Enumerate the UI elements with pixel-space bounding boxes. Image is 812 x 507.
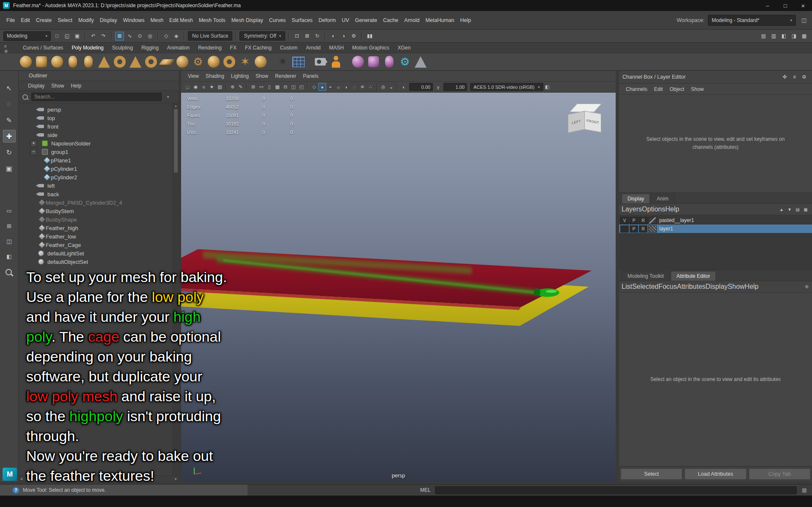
- poly-cone-icon[interactable]: [97, 55, 111, 69]
- outliner-menu-show[interactable]: Show: [48, 82, 67, 90]
- poly-disc-icon[interactable]: [175, 55, 190, 69]
- menu-mesh-tools[interactable]: Mesh Tools: [196, 16, 228, 25]
- shelf-tab-fx-caching[interactable]: FX Caching: [241, 43, 276, 53]
- menu-mesh-display[interactable]: Mesh Display: [228, 16, 266, 25]
- attribute-editor-menu-help[interactable]: Help: [745, 283, 759, 290]
- load-attributes-button[interactable]: Load Attributes: [685, 469, 746, 480]
- cone-and-sphere-icon[interactable]: [413, 55, 428, 69]
- poly-capsule-icon[interactable]: [81, 55, 96, 69]
- menu-metahuman[interactable]: MetaHuman: [422, 16, 457, 25]
- shelf-tab-rigging[interactable]: Rigging: [137, 43, 163, 53]
- snap-to-projected-center-icon[interactable]: ◎: [146, 32, 154, 41]
- modeling-toolkit-toggle-icon[interactable]: ▤: [759, 32, 768, 41]
- outliner-item-back[interactable]: back: [19, 190, 179, 198]
- shelf-tab-rendering[interactable]: Rendering: [194, 43, 226, 53]
- output-connections-icon[interactable]: ⊠: [303, 32, 311, 41]
- tab-display[interactable]: Display: [622, 194, 650, 203]
- outliner-item-busbyshape[interactable]: BusbyShape: [19, 215, 179, 224]
- tab-modeling-toolkit[interactable]: Modeling Toolkit: [622, 271, 670, 281]
- workspace-options-icon[interactable]: ◫: [799, 16, 809, 25]
- viewport-menu-renderer[interactable]: Renderer: [272, 72, 300, 80]
- menu-uv[interactable]: UV: [339, 16, 352, 25]
- bookmark-view-icon[interactable]: ★: [208, 83, 216, 91]
- camera-tool-icon[interactable]: [313, 55, 328, 69]
- viewport-menu-view[interactable]: View: [184, 72, 202, 80]
- anti-aliasing-icon[interactable]: ∴: [366, 83, 374, 91]
- pin-icon[interactable]: ✜: [805, 284, 809, 290]
- outliner-menu-help[interactable]: Help: [67, 82, 85, 90]
- select-camera-icon[interactable]: □: [184, 83, 192, 91]
- color-space-select[interactable]: ACES 1.0 SDR-video (sRGB)▾: [470, 83, 543, 91]
- outliner-item-left[interactable]: left: [19, 181, 179, 190]
- exposure-icon[interactable]: ◐: [400, 83, 408, 91]
- camera-attributes-icon[interactable]: ≡: [200, 83, 208, 91]
- safe-title-icon[interactable]: ◰: [297, 83, 306, 91]
- tab-attribute-editor[interactable]: Attribute Editor: [671, 271, 716, 281]
- layout-custom[interactable]: ◧: [3, 250, 16, 263]
- shelf-tab-motion-graphics[interactable]: Motion Graphics: [348, 43, 393, 53]
- outliner-item-persp[interactable]: persp: [19, 105, 179, 114]
- snap-to-curve-icon[interactable]: ∿: [125, 32, 134, 41]
- channel-box-menu-channels[interactable]: Channels: [622, 85, 651, 93]
- render-settings-icon[interactable]: ⚙: [349, 32, 358, 41]
- save-scene-icon[interactable]: ▣: [73, 32, 82, 41]
- shelf-gear-icon[interactable]: ⚙: [4, 49, 8, 54]
- poly-soccer-ball-icon[interactable]: [206, 55, 221, 69]
- motion-blur-icon[interactable]: ≋: [358, 83, 366, 91]
- outliner-item-defaultobjectset[interactable]: defaultObjectSet: [19, 258, 179, 266]
- poly-cube-icon[interactable]: [34, 55, 49, 69]
- select-tool[interactable]: ↖: [3, 82, 16, 94]
- outliner-item-side[interactable]: side: [19, 131, 179, 139]
- shelf-tab-arnold[interactable]: Arnold: [302, 43, 325, 53]
- shelf-tab-xgen[interactable]: XGen: [394, 43, 415, 53]
- menu-windows[interactable]: Windows: [120, 16, 148, 25]
- viewport-menu-lighting[interactable]: Lighting: [228, 72, 252, 80]
- safe-action-icon[interactable]: ◫: [289, 83, 297, 91]
- menu-surfaces[interactable]: Surfaces: [289, 16, 315, 25]
- make-object-live-icon[interactable]: ◈: [172, 32, 181, 41]
- layer-color-swatch[interactable]: [648, 217, 657, 224]
- select-button[interactable]: Select: [621, 469, 682, 480]
- attribute-editor-menu-selected[interactable]: Selected: [632, 283, 658, 290]
- create-layer-from-selected-icon[interactable]: ▦: [802, 206, 809, 213]
- poly-pyramid-icon[interactable]: [128, 55, 143, 69]
- poly-super-shape-icon[interactable]: [253, 55, 268, 69]
- shelf-tab-animation[interactable]: Animation: [163, 43, 194, 53]
- film-gate-icon[interactable]: ▭: [257, 83, 265, 91]
- ipr-render-icon[interactable]: ◑: [339, 32, 348, 41]
- poly-sphere-icon[interactable]: [19, 55, 33, 69]
- attribute-editor-toggle-icon[interactable]: ◨: [790, 32, 798, 41]
- snap-to-view-plane-icon[interactable]: ◇: [162, 32, 171, 41]
- workspace-dropdown[interactable]: Modeling - Standard* ▾: [708, 15, 796, 26]
- outliner-item-pcylinder2[interactable]: pCylinder2: [19, 173, 179, 181]
- scroll-up-icon[interactable]: ▴: [173, 103, 179, 109]
- shadows-toggle-icon[interactable]: ◗: [342, 83, 350, 91]
- gears-tool-icon[interactable]: ⚙: [398, 55, 412, 69]
- attribute-editor-menu-list[interactable]: List: [622, 283, 632, 290]
- tab-anim[interactable]: Anim: [651, 194, 674, 203]
- attribute-editor-menu-display[interactable]: Display: [705, 283, 727, 290]
- create-empty-layer-icon[interactable]: ▤: [794, 206, 801, 213]
- viewport-menu-panels[interactable]: Panels: [300, 72, 322, 80]
- smooth-sphere-icon[interactable]: [351, 55, 365, 69]
- layer-move-down-icon[interactable]: ▼: [786, 206, 793, 213]
- panel-menu-icon[interactable]: ≡: [790, 73, 799, 82]
- command-line-input[interactable]: [435, 486, 797, 494]
- panel-options-icon[interactable]: ⚙: [800, 73, 809, 82]
- outliner-item-napoleonsolder[interactable]: +NapoleonSolder: [19, 139, 179, 148]
- grid-toggle-icon[interactable]: ⊞: [249, 83, 257, 91]
- textured-display-icon[interactable]: ◓: [326, 83, 334, 91]
- menu-deform[interactable]: Deform: [316, 16, 339, 25]
- wireframe-display-icon[interactable]: ◇: [310, 83, 318, 91]
- outliner-menu-display[interactable]: Display: [25, 82, 48, 90]
- menu-generate[interactable]: Generate: [352, 16, 380, 25]
- shaded-display-icon[interactable]: ●: [318, 83, 326, 91]
- redo-icon[interactable]: ↷: [99, 32, 108, 41]
- smooth-cylinder-icon[interactable]: [382, 55, 396, 69]
- expand-toggle-icon[interactable]: −: [30, 149, 37, 155]
- grease-pencil-icon[interactable]: ✎: [237, 83, 245, 91]
- lighting-toggle-icon[interactable]: ☼: [334, 83, 342, 91]
- layer-color-swatch[interactable]: [648, 225, 657, 233]
- sculpt-star-icon[interactable]: ✶: [275, 55, 290, 69]
- layer-playback-toggle[interactable]: P: [630, 217, 638, 224]
